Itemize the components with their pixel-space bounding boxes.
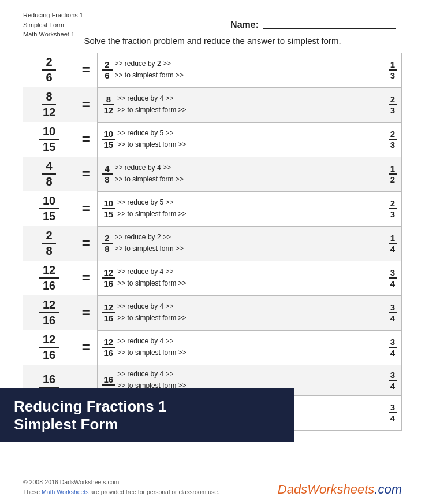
- equals-sign: =: [75, 295, 97, 330]
- table-row: 12 16 = 12 16 >> reduce by 4 >> >> to si…: [23, 330, 402, 365]
- problem-fraction: 12 16: [23, 330, 75, 365]
- footer-math-link[interactable]: Math Worksheets: [42, 488, 89, 495]
- overlay-title1: Reducing Fractions 1: [14, 398, 281, 416]
- answer-cell: 10 15 >> reduce by 5 >> >> to simplest f…: [97, 122, 402, 157]
- page: Reducing Fractions 1 Simplest Form Math …: [0, 0, 425, 504]
- footer-brand: DadsWorksheets.com: [278, 482, 402, 497]
- footer-brand-worksheets: Worksheets: [307, 482, 374, 496]
- table-row: 2 8 = 2 8 >> reduce by 2 >> >> to simple…: [23, 226, 402, 261]
- answer-cell: 2 6 >> reduce by 2 >> >> to simplest for…: [97, 53, 402, 87]
- equals-sign: =: [75, 191, 97, 226]
- meta-line1: Reducing Fractions 1: [23, 10, 402, 20]
- footer-brand-com: .com: [374, 482, 402, 496]
- answer-cell: 8 12 >> reduce by 4 >> >> to simplest fo…: [97, 87, 402, 122]
- worksheet-table: 2 6 = 2 6 >> reduce by 2 >> >> to simple…: [23, 53, 402, 431]
- equals-sign: =: [75, 330, 97, 365]
- problem-fraction: 10 15: [23, 191, 75, 226]
- problem-fraction: 12 16: [23, 295, 75, 330]
- problem-fraction: 2 8: [23, 226, 75, 261]
- equals-sign: =: [75, 261, 97, 295]
- problem-fraction: 12 16: [23, 261, 75, 295]
- answer-cell: 10 15 >> reduce by 5 >> >> to simplest f…: [97, 191, 402, 226]
- table-row: 8 12 = 8 12 >> reduce by 4 >> >> to simp…: [23, 87, 402, 122]
- table-row: 4 8 = 4 8 >> reduce by 4 >> >> to simple…: [23, 157, 402, 191]
- answer-cell: 4 8 >> reduce by 4 >> >> to simplest for…: [97, 157, 402, 191]
- footer-brand-dads: Dads: [278, 482, 307, 496]
- equals-sign: =: [75, 87, 97, 122]
- footer-note: These Math Worksheets are provided free …: [23, 487, 219, 497]
- equals-sign: =: [75, 53, 97, 87]
- name-line: [263, 20, 396, 29]
- name-row: Name:: [23, 20, 402, 30]
- table-row: 2 6 = 2 6 >> reduce by 2 >> >> to simple…: [23, 53, 402, 87]
- answer-cell: 12 16 >> reduce by 4 >> >> to simplest f…: [97, 261, 402, 295]
- footer-left: © 2008-2016 DadsWorksheets.com These Mat…: [23, 477, 219, 497]
- equals-sign: =: [75, 226, 97, 261]
- problem-fraction: 4 8: [23, 157, 75, 191]
- problem-fraction: 8 12: [23, 87, 75, 122]
- equals-sign: =: [75, 157, 97, 191]
- answer-cell: 2 8 >> reduce by 2 >> >> to simplest for…: [97, 226, 402, 261]
- name-label: Name:: [230, 20, 259, 30]
- footer-note-post: are provided free for personal or classr…: [89, 488, 219, 495]
- overlay-title2: Simplest Form: [14, 416, 281, 433]
- instruction: Solve the fraction problem and reduce th…: [23, 36, 402, 46]
- table-row: 12 16 = 12 16 >> reduce by 4 >> >> to si…: [23, 295, 402, 330]
- footer: © 2008-2016 DadsWorksheets.com These Mat…: [0, 477, 425, 497]
- overlay-banner: Reducing Fractions 1 Simplest Form: [0, 388, 294, 442]
- footer-note-pre: These: [23, 488, 42, 495]
- equals-sign: =: [75, 122, 97, 157]
- problem-fraction: 2 6: [23, 53, 75, 87]
- table-row: 10 15 = 10 15 >> reduce by 5 >> >> to si…: [23, 191, 402, 226]
- answer-cell: 12 16 >> reduce by 4 >> >> to simplest f…: [97, 295, 402, 330]
- table-row: 12 16 = 12 16 >> reduce by 4 >> >> to si…: [23, 261, 402, 295]
- footer-copy: © 2008-2016 DadsWorksheets.com: [23, 477, 219, 487]
- problem-fraction: 10 15: [23, 122, 75, 157]
- table-row: 10 15 = 10 15 >> reduce by 5 >> >> to si…: [23, 122, 402, 157]
- answer-cell: 12 16 >> reduce by 4 >> >> to simplest f…: [97, 330, 402, 365]
